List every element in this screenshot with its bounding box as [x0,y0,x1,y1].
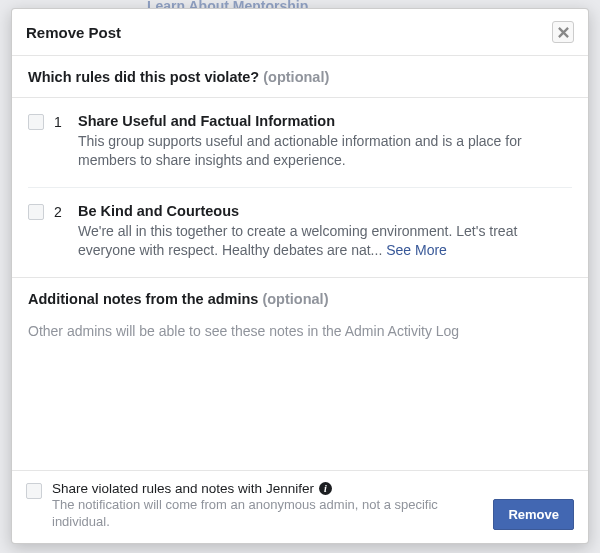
rule-body: Share Useful and Factual Information Thi… [78,113,572,170]
rules-optional-label: (optional) [263,69,329,85]
rule-body: Be Kind and Courteous We're all in this … [78,203,572,260]
notes-heading: Additional notes from the admins (option… [12,278,588,319]
rules-list: 1 Share Useful and Factual Information T… [12,98,588,277]
notes-help-text: Other admins will be able to see these n… [12,319,588,339]
rule-title: Share Useful and Factual Information [78,113,572,129]
see-more-link[interactable]: See More [386,242,447,258]
rule-title: Be Kind and Courteous [78,203,572,219]
notes-title: Additional notes from the admins [28,291,258,307]
rule-number: 2 [54,203,68,260]
share-subtext: The notification will come from an anony… [52,497,483,531]
rules-heading: Which rules did this post violate? (opti… [12,56,588,97]
share-label-row: Share violated rules and notes with Jenn… [52,481,483,496]
dialog-title: Remove Post [26,24,121,41]
info-icon[interactable]: i [319,482,332,495]
rules-question: Which rules did this post violate? [28,69,259,85]
share-label: Share violated rules and notes with Jenn… [52,481,314,496]
spacer [12,339,588,471]
rule-description: We're all in this together to create a w… [78,222,572,260]
notes-optional-label: (optional) [262,291,328,307]
rule-item-2: 2 Be Kind and Courteous We're all in thi… [28,187,572,277]
rule-number: 1 [54,113,68,170]
dialog-header: Remove Post [12,9,588,56]
share-text: Share violated rules and notes with Jenn… [52,481,483,531]
rule-checkbox-2[interactable] [28,204,44,220]
share-block: Share violated rules and notes with Jenn… [26,481,483,531]
share-checkbox[interactable] [26,483,42,499]
rule-item-1: 1 Share Useful and Factual Information T… [28,98,572,187]
notes-section: Additional notes from the admins (option… [12,277,588,339]
remove-button[interactable]: Remove [493,499,574,530]
rule-desc-text: We're all in this together to create a w… [78,223,517,258]
close-icon [558,27,569,38]
dialog-body: Which rules did this post violate? (opti… [12,56,588,470]
rule-description: This group supports useful and actionabl… [78,132,572,170]
dialog-footer: Share violated rules and notes with Jenn… [12,470,588,543]
remove-post-dialog: Remove Post Which rules did this post vi… [11,8,589,544]
rule-checkbox-1[interactable] [28,114,44,130]
close-button[interactable] [552,21,574,43]
